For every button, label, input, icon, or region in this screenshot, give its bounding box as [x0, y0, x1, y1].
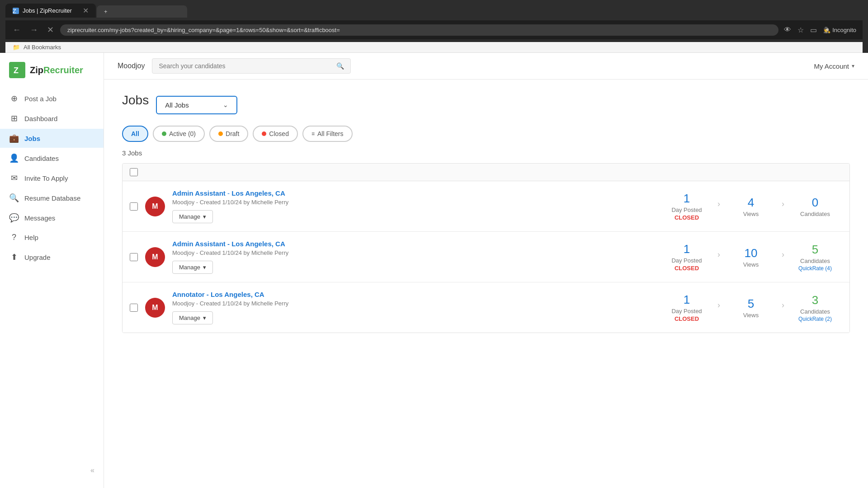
- job-2-checkbox[interactable]: [130, 253, 138, 261]
- candidate-search-field[interactable]: 🔍: [152, 58, 351, 74]
- sidebar-item-label-upgrade: Upgrade: [24, 253, 51, 261]
- sidebar-icon[interactable]: ▭: [808, 24, 819, 36]
- jobs-count-label: 3 Jobs: [122, 149, 850, 157]
- job-3-candidates-label: Candidates: [800, 308, 830, 315]
- messages-icon: 💬: [9, 213, 19, 223]
- job-1-manage-area: Manage ▾: [172, 210, 652, 223]
- job-1-manage-button[interactable]: Manage ▾: [172, 210, 213, 223]
- job-2-manage-button[interactable]: Manage ▾: [172, 261, 213, 274]
- sidebar-collapse-button[interactable]: «: [0, 462, 104, 479]
- logo-text-recruiter: Recruiter: [43, 65, 83, 75]
- browser-chrome: Z Jobs | ZipRecruiter ✕ + ← → ✕ ziprecru…: [0, 0, 868, 53]
- select-all-checkbox[interactable]: [130, 168, 138, 176]
- job-1-views-number: 4: [748, 196, 754, 210]
- job-3-company: Moodjoy: [172, 300, 194, 307]
- jobs-table: M Admin Assistant - Los Angeles, CA Mood…: [122, 163, 850, 333]
- job-2-views-label: Views: [743, 261, 759, 268]
- sidebar: Z ZipRecruiter ⊕ Post a Job ⊞ Dashboard …: [0, 53, 104, 488]
- sidebar-item-help[interactable]: ? Help: [0, 228, 104, 247]
- job-3-days-label: Day Posted: [671, 308, 702, 314]
- bookmark-icon[interactable]: ☆: [796, 24, 806, 36]
- job-3-quickrate[interactable]: QuickRate (2): [798, 316, 832, 322]
- sidebar-item-label-post-job: Post a Job: [24, 95, 57, 103]
- candidates-icon: 👤: [9, 153, 19, 163]
- tab-favicon: Z: [13, 8, 19, 14]
- resume-icon: 🔍: [9, 193, 19, 203]
- sidebar-item-post-job[interactable]: ⊕ Post a Job: [0, 89, 104, 108]
- job-1-manage-chevron-icon: ▾: [203, 213, 206, 220]
- all-bookmarks-label: All Bookmarks: [24, 44, 61, 51]
- browser-toolbar: ← → ✕ ziprecruiter.com/my-jobs?created_b…: [5, 20, 863, 39]
- job-1-checkbox[interactable]: [130, 202, 138, 211]
- sidebar-item-resume-database[interactable]: 🔍 Resume Database: [0, 188, 104, 207]
- job-3-days-views-separator-icon: ›: [714, 300, 724, 310]
- filter-dropdown-chevron-icon: ⌄: [223, 101, 228, 108]
- collapse-icon: «: [90, 466, 94, 474]
- job-3-checkbox[interactable]: [130, 304, 138, 312]
- invite-icon: ✉: [9, 173, 19, 183]
- job-3-logo: M: [145, 298, 165, 318]
- job-2-info: Admin Assistant - Los Angeles, CA Moodjo…: [172, 240, 652, 274]
- new-tab-button[interactable]: +: [97, 5, 187, 18]
- job-3-days-number: 1: [684, 293, 690, 307]
- job-2-days-stat: 1 Day Posted CLOSED: [660, 242, 714, 272]
- job-1-candidates-number: 0: [812, 196, 818, 210]
- job-2-days-number: 1: [684, 242, 690, 256]
- jobs-icon: 💼: [9, 133, 19, 143]
- search-input[interactable]: [159, 62, 333, 70]
- back-button[interactable]: ←: [10, 23, 24, 37]
- forward-button[interactable]: →: [27, 23, 41, 37]
- company-name: Moodjoy: [118, 62, 145, 70]
- sidebar-item-candidates[interactable]: 👤 Candidates: [0, 149, 104, 168]
- jobs-filter-dropdown[interactable]: All Jobs ⌄: [156, 96, 237, 114]
- job-3-location-text: Los Angeles, CA: [211, 291, 264, 298]
- job-1-status: CLOSED: [675, 214, 699, 221]
- reload-button[interactable]: ✕: [44, 23, 57, 37]
- page-header: Moodjoy 🔍 My Account ▾: [104, 53, 868, 80]
- incognito-label: Incognito: [832, 27, 856, 33]
- search-icon: 🔍: [336, 62, 344, 70]
- logo-text-zip: Zip: [30, 65, 43, 75]
- tab-close-button[interactable]: ✕: [83, 6, 89, 15]
- sidebar-item-jobs[interactable]: 💼 Jobs: [0, 129, 104, 148]
- job-3-candidates-number: 3: [812, 293, 818, 307]
- my-account-button[interactable]: My Account ▾: [814, 62, 854, 70]
- filter-tab-all[interactable]: All: [122, 126, 148, 142]
- eye-off-icon[interactable]: 👁: [782, 24, 793, 36]
- job-2-views-stat: 10 Views: [724, 246, 778, 268]
- toolbar-icons: 👁 ☆ ▭ 🕵 Incognito: [782, 24, 858, 36]
- sidebar-item-upgrade[interactable]: ⬆ Upgrade: [0, 248, 104, 267]
- job-1-title-text: Admin Assistant: [172, 189, 226, 197]
- job-2-meta: Moodjoy - Created 1/10/24 by Michelle Pe…: [172, 249, 652, 256]
- job-1-created: Created 1/10/24 by Michelle Perry: [200, 199, 289, 206]
- main-content: Jobs All Jobs ⌄ All Active (0) Draft: [104, 80, 868, 488]
- filter-tab-all-filters[interactable]: ≡ All Filters: [302, 126, 353, 142]
- job-3-manage-button[interactable]: Manage ▾: [172, 311, 213, 324]
- sidebar-logo-text: ZipRecruiter: [30, 65, 83, 75]
- job-1-candidates-stat: 0 Candidates: [788, 196, 842, 217]
- logo-icon: Z: [9, 62, 25, 78]
- active-tab[interactable]: Z Jobs | ZipRecruiter ✕: [5, 4, 96, 18]
- sidebar-item-dashboard[interactable]: ⊞ Dashboard: [0, 109, 104, 128]
- job-3-views-stat: 5 Views: [724, 297, 778, 319]
- sidebar-item-messages[interactable]: 💬 Messages: [0, 208, 104, 227]
- job-2-days-label: Day Posted: [671, 257, 702, 264]
- bookmarks-bar: 📁 All Bookmarks: [5, 42, 863, 53]
- job-2-logo: M: [145, 247, 165, 267]
- job-2-title[interactable]: Admin Assistant - Los Angeles, CA: [172, 240, 652, 248]
- draft-dot-icon: [218, 131, 223, 136]
- filter-tab-draft[interactable]: Draft: [209, 126, 248, 142]
- job-2-status: CLOSED: [675, 265, 699, 272]
- job-3-views-candidates-separator-icon: ›: [778, 300, 788, 310]
- filter-tab-active[interactable]: Active (0): [153, 126, 205, 142]
- filter-tab-closed[interactable]: Closed: [253, 126, 298, 142]
- job-3-title[interactable]: Annotator - Los Angeles, CA: [172, 291, 652, 298]
- sidebar-item-label-messages: Messages: [24, 214, 55, 222]
- jobs-header: Jobs All Jobs ⌄: [122, 93, 850, 117]
- table-row: M Annotator - Los Angeles, CA Moodjoy - …: [123, 282, 849, 333]
- job-2-quickrate[interactable]: QuickRate (4): [798, 265, 832, 272]
- incognito-button[interactable]: 🕵 Incognito: [821, 25, 858, 35]
- job-1-title[interactable]: Admin Assistant - Los Angeles, CA: [172, 189, 652, 197]
- address-bar[interactable]: ziprecruiter.com/my-jobs?created_by=&hir…: [60, 24, 778, 36]
- sidebar-item-invite-to-apply[interactable]: ✉ Invite To Apply: [0, 169, 104, 188]
